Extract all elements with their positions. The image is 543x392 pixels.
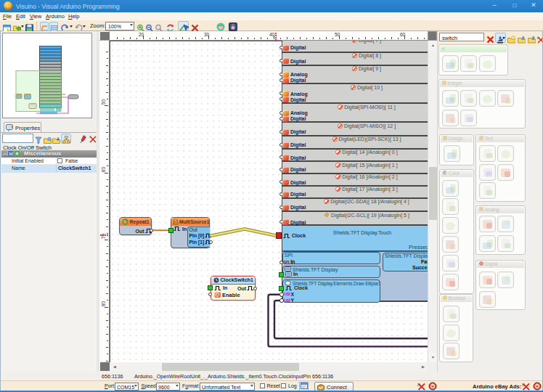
svg-text:M: M [9, 152, 13, 156]
